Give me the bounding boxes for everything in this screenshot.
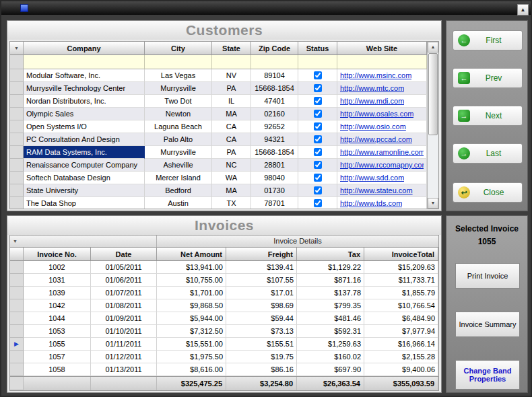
filter-cell-state[interactable]: [212, 55, 251, 69]
invoice-row[interactable]: ▶ 1039 01/07/2011 $1,701.00 $17.01 $137.…: [10, 287, 438, 299]
row-selector[interactable]: [10, 159, 24, 172]
filter-cell-website[interactable]: [337, 55, 427, 69]
window-scroll-up-button[interactable]: ▲: [517, 4, 529, 15]
column-header-status[interactable]: Status: [298, 42, 337, 55]
customer-row[interactable]: The Data Shop Austin TX 78701 http://www…: [10, 197, 427, 209]
column-header-zip[interactable]: Zip Code: [251, 42, 298, 55]
row-selector[interactable]: [10, 95, 24, 108]
website-link[interactable]: http://www.ramonline.com: [340, 148, 424, 156]
invoice-row[interactable]: ▶ 1044 01/09/2011 $5,944.00 $59.44 $481.…: [10, 312, 438, 325]
website-link[interactable]: http://www.rccomapny.com: [340, 161, 424, 169]
invoice-row-selector-header[interactable]: [10, 248, 24, 261]
summary-selector: [10, 377, 24, 390]
status-checkbox[interactable]: [314, 148, 322, 156]
website-link[interactable]: http://www.osales.com: [340, 110, 413, 118]
status-checkbox[interactable]: [314, 186, 322, 194]
scrollbar-down-icon[interactable]: ▼: [428, 198, 438, 209]
cell-city: Murrysville: [145, 146, 212, 159]
website-link[interactable]: http://www.msinc.com: [340, 71, 411, 79]
filter-cell-company[interactable]: [24, 55, 145, 69]
row-selector[interactable]: [10, 69, 24, 82]
first-button[interactable]: ← First: [453, 30, 523, 50]
prev-button[interactable]: ← Prev: [453, 68, 523, 88]
customer-row[interactable]: Modular Software, Inc. Las Vegas NV 8910…: [10, 69, 427, 82]
status-checkbox[interactable]: [314, 71, 322, 79]
filter-cell-zip[interactable]: [251, 55, 298, 69]
invoice-row[interactable]: ▶ 1055 01/11/2011 $15,551.00 $155.51 $1,…: [10, 338, 438, 351]
website-link[interactable]: http://www.sdd.com: [340, 174, 404, 182]
row-selector[interactable]: [10, 133, 24, 146]
next-button[interactable]: → Next: [453, 106, 523, 126]
column-header-invoice-no[interactable]: Invoice No.: [24, 248, 91, 261]
change-band-properties-button[interactable]: Change Band Properties: [455, 360, 520, 390]
invoice-row-selector[interactable]: ▶: [10, 299, 24, 312]
customer-row[interactable]: PC Consultation And Design Palo Alto CA …: [10, 133, 427, 146]
invoice-row-selector[interactable]: ▶: [10, 287, 24, 299]
customer-row[interactable]: RAM Data Systems, Inc. Murrysville PA 15…: [10, 146, 427, 159]
status-checkbox[interactable]: [314, 161, 322, 169]
row-selector[interactable]: [10, 197, 24, 209]
status-checkbox[interactable]: [314, 122, 322, 131]
column-header-state[interactable]: State: [212, 42, 251, 55]
close-button[interactable]: ↩ Close: [453, 182, 523, 203]
invoice-row-selector[interactable]: ▶: [10, 261, 24, 274]
customer-row[interactable]: Olympic Sales Newton MA 02160 http://www…: [10, 108, 427, 120]
website-link[interactable]: http://www.mtc.com: [340, 84, 404, 92]
customer-row[interactable]: Murrysville Technology Center Murrysvill…: [10, 82, 427, 95]
print-invoice-button[interactable]: Print Invoice: [455, 263, 520, 289]
invoice-row-selector[interactable]: ▶: [10, 325, 24, 338]
filter-cell-status[interactable]: [298, 55, 337, 69]
customer-row[interactable]: Open Systems I/O Laguna Beach CA 92652 h…: [10, 120, 427, 133]
titlebar[interactable]: [1, 1, 531, 15]
invoice-row[interactable]: ▶ 1002 01/05/2011 $13,941.00 $139.41 $1,…: [10, 261, 438, 274]
status-checkbox[interactable]: [314, 174, 322, 182]
status-checkbox[interactable]: [314, 97, 322, 105]
invoice-row-selector[interactable]: ▶: [10, 312, 24, 325]
scrollbar-up-icon[interactable]: ▲: [428, 42, 438, 52]
scrollbar-thumb[interactable]: [428, 53, 438, 135]
customer-row[interactable]: Renaissance Computer Company Asheville N…: [10, 159, 427, 172]
row-selector-header[interactable]: ▼: [10, 42, 24, 55]
column-header-date[interactable]: Date: [91, 248, 157, 261]
row-selector[interactable]: [10, 108, 24, 120]
invoice-row[interactable]: ▶ 1053 01/10/2011 $7,312.50 $73.13 $592.…: [10, 325, 438, 338]
website-link[interactable]: http://www.pccad.com: [340, 135, 412, 143]
row-selector[interactable]: [10, 120, 24, 133]
status-checkbox[interactable]: [314, 110, 322, 118]
invoice-row[interactable]: ▶ 1031 01/06/2011 $10,755.00 $107.55 $87…: [10, 274, 438, 287]
status-checkbox[interactable]: [314, 84, 322, 92]
invoice-row-selector[interactable]: ▶: [10, 274, 24, 287]
invoice-row-selector[interactable]: ▶: [10, 363, 24, 376]
customers-scrollbar[interactable]: ▲ ▼: [427, 42, 438, 209]
last-button[interactable]: → Last: [453, 143, 523, 164]
status-checkbox[interactable]: [314, 135, 322, 143]
customer-row[interactable]: Softech Database Design Mercer Island WA…: [10, 172, 427, 184]
column-header-net-amount[interactable]: Net Amount: [157, 248, 226, 261]
column-header-freight[interactable]: Freight: [226, 248, 297, 261]
invoice-row[interactable]: ▶ 1057 01/12/2011 $1,975.50 $19.75 $160.…: [10, 351, 438, 363]
column-header-tax[interactable]: Tax: [297, 248, 364, 261]
status-checkbox[interactable]: [314, 199, 322, 207]
row-selector[interactable]: [10, 184, 24, 197]
website-link[interactable]: http://www.osio.com: [340, 122, 406, 131]
invoice-row[interactable]: ▶ 1042 01/08/2011 $9,868.50 $98.69 $799.…: [10, 299, 438, 312]
row-selector[interactable]: [10, 146, 24, 159]
invoice-row-selector[interactable]: ▶: [10, 351, 24, 363]
column-header-website[interactable]: Web Site: [337, 42, 427, 55]
cell-invoice-total: $9,400.06: [364, 363, 438, 376]
invoice-row[interactable]: ▶ 1058 01/13/2011 $8,616.00 $86.16 $697.…: [10, 363, 438, 376]
column-header-company[interactable]: Company: [24, 42, 145, 55]
column-header-city[interactable]: City: [145, 42, 212, 55]
website-link[interactable]: http://www.stateu.com: [340, 186, 413, 194]
website-link[interactable]: http://www.mdi.com: [340, 97, 404, 105]
row-selector[interactable]: [10, 172, 24, 184]
invoice-row-selector[interactable]: ▶: [10, 338, 24, 351]
invoice-summary-button[interactable]: Invoice Summary: [455, 312, 520, 337]
row-selector[interactable]: [10, 82, 24, 95]
customer-row[interactable]: Nordan Distributors, Inc. Two Dot IL 474…: [10, 95, 427, 108]
cell-net-amount: $9,868.50: [157, 299, 226, 312]
customer-row[interactable]: State University Bedford MA 01730 http:/…: [10, 184, 427, 197]
filter-cell-city[interactable]: [145, 55, 212, 69]
website-link[interactable]: http://www.tds.com: [340, 199, 402, 207]
column-header-invoice-total[interactable]: InvoiceTotal: [364, 248, 438, 261]
